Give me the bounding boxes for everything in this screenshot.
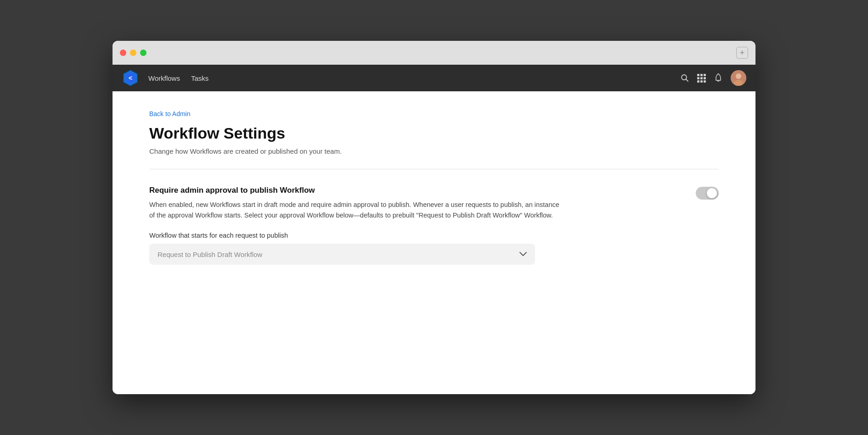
nav-links: Workflows Tasks [148,74,681,82]
traffic-lights [120,50,147,56]
close-button[interactable] [120,50,126,56]
app-logo[interactable]: < [122,69,139,87]
approval-toggle[interactable] [696,187,719,200]
setting-content: Require admin approval to publish Workfl… [149,186,677,265]
nav-workflows[interactable]: Workflows [148,74,180,82]
bell-icon[interactable] [714,73,722,83]
user-avatar[interactable] [731,70,746,86]
browser-window: + < Workflows Tasks [113,41,755,394]
dropdown-placeholder: Request to Publish Draft Workflow [158,251,262,258]
workflow-dropdown[interactable]: Request to Publish Draft Workflow [149,244,535,265]
chevron-down-icon [519,250,527,258]
toggle-knob [707,188,717,198]
svg-line-4 [686,79,688,82]
navbar: < Workflows Tasks [113,65,755,91]
setting-title: Require admin approval to publish Workfl… [149,186,677,195]
nav-actions [681,70,746,86]
maximize-button[interactable] [140,50,147,56]
grid-icon[interactable] [697,74,706,83]
workflow-label: Workflow that starts for each request to… [149,232,677,239]
nav-tasks[interactable]: Tasks [191,74,209,82]
new-tab-button[interactable]: + [736,47,748,59]
page-subtitle: Change how Workflows are created or publ… [149,147,719,155]
svg-point-7 [736,73,741,79]
main-content: Back to Admin Workflow Settings Change h… [113,91,755,394]
toggle-container [696,186,719,200]
section-divider [149,169,719,169]
search-icon[interactable] [681,74,689,82]
page-title: Workflow Settings [149,124,719,143]
svg-text:<: < [129,74,132,82]
title-bar: + [113,41,755,65]
approval-setting-row: Require admin approval to publish Workfl… [149,186,719,265]
minimize-button[interactable] [130,50,136,56]
back-to-admin-link[interactable]: Back to Admin [149,110,191,117]
setting-description: When enabled, new Workflows start in dra… [149,200,563,221]
